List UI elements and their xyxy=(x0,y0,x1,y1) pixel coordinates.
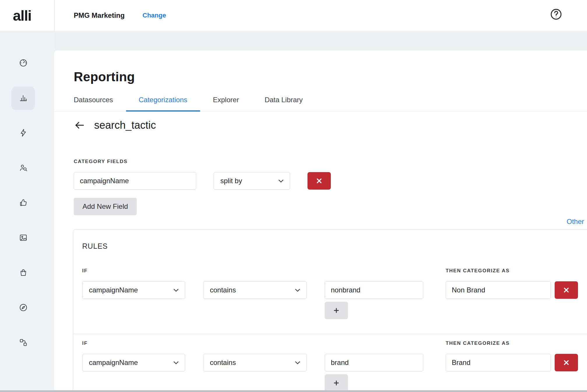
chevron-down-icon xyxy=(294,359,302,367)
sidebar-item-workflows[interactable] xyxy=(0,338,54,347)
rule-row-1: IF campaignName contains xyxy=(82,268,585,319)
rule1-field-value: campaignName xyxy=(89,286,138,294)
split-by-select[interactable]: split by xyxy=(214,172,290,190)
tab-categorizations[interactable]: Categorizations xyxy=(126,96,200,111)
sidebar-item-discover[interactable] xyxy=(0,303,54,312)
back-button[interactable] xyxy=(74,119,85,131)
rule2-operator-select[interactable]: contains xyxy=(203,354,307,371)
tab-explorer[interactable]: Explorer xyxy=(200,96,252,111)
tab-datasources[interactable]: Datasources xyxy=(74,96,126,111)
chevron-down-icon xyxy=(294,286,302,294)
sidebar-item-audiences[interactable] xyxy=(0,163,54,172)
category-field-row: split by xyxy=(74,172,587,190)
sidebar-nav xyxy=(0,31,54,392)
rules-panel: RULES IF campaignName contains xyxy=(73,229,587,392)
account-name: PMG Marketing xyxy=(74,11,125,20)
if-label: IF xyxy=(82,268,423,274)
if-label: IF xyxy=(82,340,423,346)
horizontal-scrollbar[interactable] xyxy=(0,390,587,392)
rule-row-2: IF campaignName contains xyxy=(82,340,585,392)
x-delete-icon xyxy=(316,177,323,184)
sidebar-item-dashboard[interactable] xyxy=(0,59,54,67)
rules-divider xyxy=(73,334,587,334)
alli-logo: alli xyxy=(13,0,31,31)
rule2-add-condition-button[interactable] xyxy=(325,374,348,392)
x-delete-icon xyxy=(563,287,570,294)
rule1-category-input[interactable] xyxy=(446,281,551,299)
chevron-down-icon xyxy=(172,359,180,367)
sidebar-item-approvals[interactable] xyxy=(0,198,54,207)
subpage-header: search_tactic xyxy=(74,119,587,132)
gauge-dashboard-icon xyxy=(19,59,54,67)
question-mark-icon xyxy=(550,8,563,21)
arrow-left-icon xyxy=(74,119,85,131)
image-picture-icon xyxy=(19,233,54,242)
rule1-add-condition-button[interactable] xyxy=(325,302,348,319)
rule1-delete-button[interactable] xyxy=(555,281,578,299)
sidebar-item-automations[interactable] xyxy=(0,128,54,137)
rule1-operator-value: contains xyxy=(210,286,236,294)
delete-field-button[interactable] xyxy=(307,172,331,190)
then-categorize-as-label: THEN CATEGORIZE AS xyxy=(446,340,578,346)
tab-data-library[interactable]: Data Library xyxy=(252,96,316,111)
main-content-card: Reporting Datasources Categorizations Ex… xyxy=(54,50,587,392)
lightning-bolt-icon xyxy=(19,128,54,137)
x-delete-icon xyxy=(563,359,570,366)
split-by-value: split by xyxy=(220,177,242,185)
rule1-value-input[interactable] xyxy=(325,281,423,299)
workflow-icon xyxy=(19,338,54,347)
other-link[interactable]: Other xyxy=(567,218,584,225)
add-new-field-button[interactable]: Add New Field xyxy=(74,198,137,215)
rule2-delete-button[interactable] xyxy=(555,354,578,371)
rule1-operator-select[interactable]: contains xyxy=(203,281,307,299)
plus-icon xyxy=(333,307,340,314)
other-row: Other xyxy=(74,218,587,226)
sidebar-item-commerce[interactable] xyxy=(0,268,54,277)
rule2-category-input[interactable] xyxy=(446,354,551,371)
then-categorize-as-label: THEN CATEGORIZE AS xyxy=(446,268,578,274)
sidebar-item-creative[interactable] xyxy=(0,233,54,242)
shopping-bag-icon xyxy=(19,268,54,277)
plus-icon xyxy=(333,379,340,386)
categorization-name: search_tactic xyxy=(94,119,156,131)
header-divider xyxy=(54,0,55,31)
thumbs-up-icon xyxy=(19,198,54,207)
rules-title: RULES xyxy=(82,242,585,250)
category-field-input[interactable] xyxy=(74,172,196,190)
rule2-field-value: campaignName xyxy=(89,359,138,367)
rule2-value-input[interactable] xyxy=(325,354,423,371)
rule1-field-select[interactable]: campaignName xyxy=(82,281,185,299)
compass-icon xyxy=(19,303,54,312)
top-header: alli PMG Marketing Change xyxy=(0,0,587,31)
page-title: Reporting xyxy=(74,69,587,84)
category-fields-label: CATEGORY FIELDS xyxy=(74,159,587,165)
chevron-down-icon xyxy=(277,177,285,185)
sidebar-item-reporting[interactable] xyxy=(0,93,54,102)
help-button[interactable] xyxy=(550,8,563,21)
rule2-field-select[interactable]: campaignName xyxy=(82,354,185,371)
bar-chart-icon xyxy=(19,93,54,102)
chevron-down-icon xyxy=(172,286,180,294)
change-account-link[interactable]: Change xyxy=(143,12,166,19)
rule2-operator-value: contains xyxy=(210,359,236,367)
user-search-icon xyxy=(19,163,54,172)
tab-bar: Datasources Categorizations Explorer Dat… xyxy=(54,96,587,112)
